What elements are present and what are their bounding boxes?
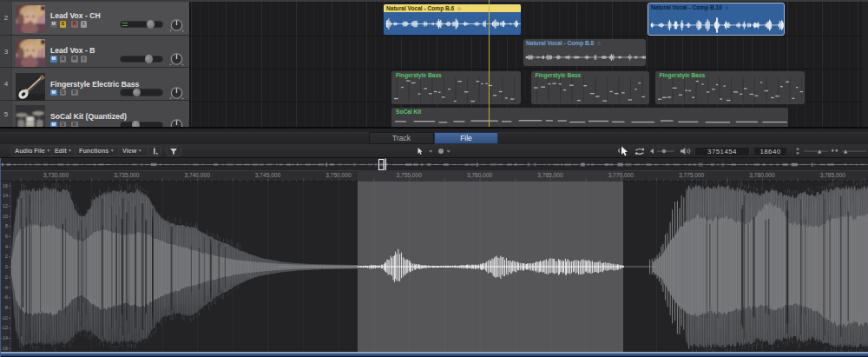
svg-text:14: 14	[3, 193, 8, 198]
svg-text:-12: -12	[1, 325, 8, 330]
svg-text:4: 4	[5, 244, 8, 249]
svg-text:2: 2	[5, 254, 8, 259]
svg-text:10: 10	[3, 214, 8, 219]
svg-text:16: 16	[3, 183, 8, 188]
svg-text:-14: -14	[1, 335, 8, 340]
svg-text:-8: -8	[3, 305, 8, 310]
svg-text:0: 0	[5, 264, 8, 269]
svg-text:-10: -10	[1, 315, 8, 321]
svg-text:6: 6	[5, 234, 8, 239]
svg-text:-6: -6	[3, 294, 8, 300]
svg-text:12: 12	[3, 203, 8, 208]
svg-text:-2: -2	[3, 274, 8, 280]
svg-text:8: 8	[5, 223, 8, 228]
svg-text:-4: -4	[3, 285, 8, 290]
svg-text:-16: -16	[1, 346, 8, 351]
